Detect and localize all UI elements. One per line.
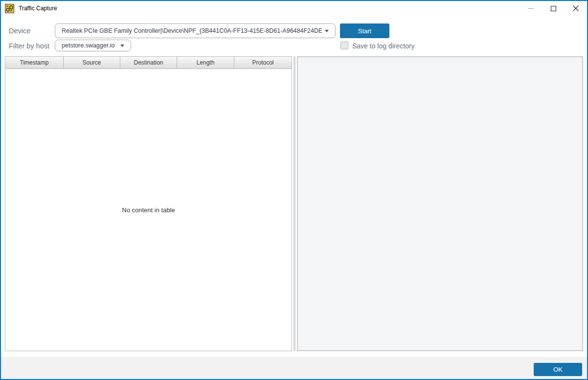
maximize-icon [551, 6, 556, 11]
column-header-timestamp[interactable]: Timestamp [5, 57, 64, 68]
footer-bar: OK [1, 357, 587, 379]
app-icon [5, 4, 14, 13]
minimize-icon [528, 8, 534, 9]
chevron-down-icon [325, 30, 329, 32]
minimize-button[interactable] [520, 1, 542, 16]
host-filter-value: petstore.swagger.io [55, 42, 117, 49]
column-header-destination[interactable]: Destination [120, 57, 177, 68]
window-title: Traffic Capture [19, 5, 57, 12]
close-icon [572, 5, 579, 12]
column-header-protocol[interactable]: Protocol [234, 57, 292, 68]
capture-table: Timestamp Source Destination Length Prot… [5, 56, 292, 351]
device-combobox-value: Realtek PCIe GBE Family Controller|\Devi… [55, 27, 322, 34]
column-header-length[interactable]: Length [177, 57, 234, 68]
table-body: No content in table [5, 69, 292, 351]
save-to-log-label[interactable]: Save to log directory [352, 42, 415, 50]
device-combobox[interactable]: Realtek PCIe GBE Family Controller|\Devi… [55, 23, 336, 38]
device-label: Device [9, 27, 30, 35]
chevron-down-icon [120, 45, 124, 47]
window-controls [520, 1, 587, 16]
detail-panel [297, 56, 583, 351]
split-pane-divider[interactable] [293, 56, 297, 351]
table-header: Timestamp Source Destination Length Prot… [5, 57, 292, 69]
ok-button[interactable]: OK [534, 363, 582, 376]
filter-by-host-label: Filter by host [9, 42, 49, 50]
start-button[interactable]: Start [340, 23, 389, 38]
maximize-button[interactable] [542, 1, 565, 16]
host-filter-combobox[interactable]: petstore.swagger.io [55, 40, 131, 51]
title-bar: Traffic Capture [1, 1, 587, 16]
column-header-source[interactable]: Source [64, 57, 120, 68]
traffic-capture-window: Traffic Capture Device Realtek PCIe GBE … [0, 0, 588, 380]
save-to-log-checkbox[interactable] [340, 42, 348, 49]
table-empty-placeholder: No content in table [122, 206, 175, 214]
close-button[interactable] [565, 1, 587, 16]
